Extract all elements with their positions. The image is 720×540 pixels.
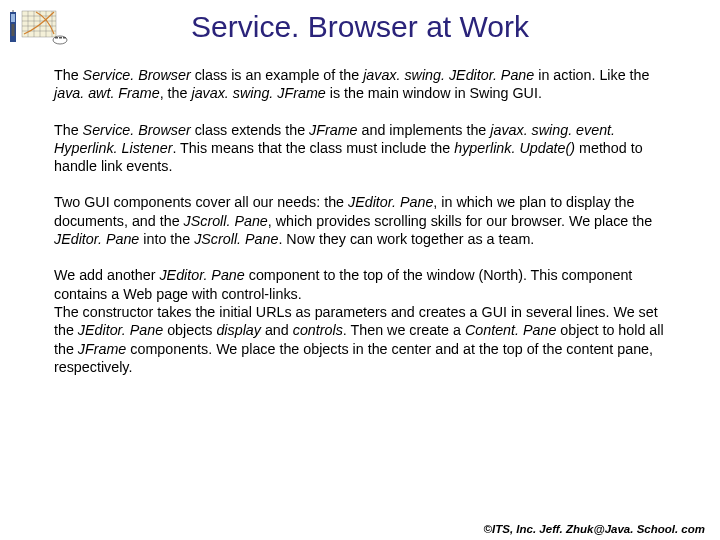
text: , the (160, 85, 192, 101)
italic-text: hyperlink. Update() (454, 140, 575, 156)
italic-text: JEditor. Pane (159, 267, 244, 283)
text: components. We place the objects in the … (54, 341, 653, 375)
slide-logo (8, 8, 68, 46)
paragraph-1: The Service. Browser class is an example… (54, 66, 666, 103)
text: . This means that the class must include… (172, 140, 454, 156)
text: We add another (54, 267, 159, 283)
italic-text: controls (293, 322, 343, 338)
svg-rect-17 (63, 37, 66, 39)
italic-text: JEditor. Pane (78, 322, 163, 338)
italic-text: java. awt. Frame (54, 85, 160, 101)
italic-text: Service. Browser (83, 122, 191, 138)
italic-text: javax. swing. JFrame (191, 85, 325, 101)
italic-text: JEditor. Pane (348, 194, 433, 210)
text: . Then we create a (343, 322, 465, 338)
svg-rect-16 (59, 37, 62, 39)
text: The (54, 67, 83, 83)
paragraph-2: The Service. Browser class extends the J… (54, 121, 666, 176)
text: class is an example of the (191, 67, 363, 83)
slide-title: Service. Browser at Work (0, 0, 720, 44)
italic-text: JFrame (309, 122, 357, 138)
text: in action. Like the (534, 67, 649, 83)
text: . Now they can work together as a team. (278, 231, 534, 247)
svg-rect-1 (11, 14, 15, 22)
slide-body: The Service. Browser class is an example… (0, 66, 720, 376)
italic-text: Content. Pane (465, 322, 556, 338)
text: and (261, 322, 293, 338)
italic-text: JEditor. Pane (54, 231, 139, 247)
text: is the main window in Swing GUI. (326, 85, 542, 101)
text: into the (139, 231, 194, 247)
text: class extends the (191, 122, 309, 138)
italic-text: JFrame (78, 341, 126, 357)
svg-rect-15 (55, 37, 58, 39)
text: The (54, 122, 83, 138)
italic-text: javax. swing. JEditor. Pane (363, 67, 534, 83)
text: , which provides scrolling skills for ou… (268, 213, 652, 229)
italic-text: JScroll. Pane (194, 231, 278, 247)
text: and implements the (358, 122, 491, 138)
text: Two GUI components cover all our needs: … (54, 194, 348, 210)
italic-text: JScroll. Pane (184, 213, 268, 229)
copyright-footer: ©ITS, Inc. Jeff. Zhuk@Java. School. com (484, 523, 705, 535)
italic-text: Service. Browser (83, 67, 191, 83)
svg-rect-2 (12, 24, 15, 36)
italic-text: display (216, 322, 261, 338)
paragraph-3: Two GUI components cover all our needs: … (54, 193, 666, 248)
text: objects (163, 322, 216, 338)
paragraph-4: We add another JEditor. Pane component t… (54, 266, 666, 376)
